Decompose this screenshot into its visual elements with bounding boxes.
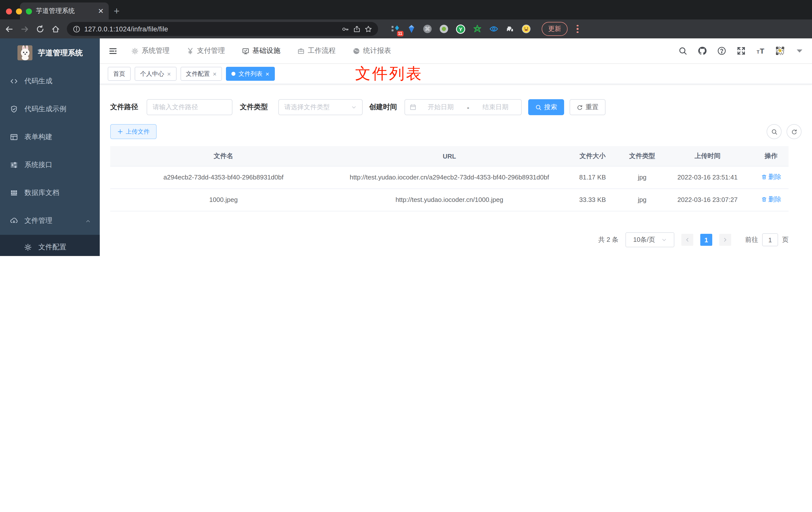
briefcase-icon [297, 47, 305, 55]
page-tab-0[interactable]: 首页 [108, 67, 131, 81]
browser-menu-icon[interactable] [577, 25, 578, 33]
plus-icon [117, 129, 123, 134]
back-icon[interactable] [5, 25, 13, 33]
page-tab-1[interactable]: 个人中心× [135, 67, 176, 81]
site-info-icon[interactable] [73, 25, 80, 33]
page-tab-3[interactable]: 文件列表× [226, 67, 274, 81]
password-key-icon[interactable] [342, 25, 349, 33]
browser-update-button[interactable]: 更新 [542, 22, 568, 36]
prev-page-button[interactable] [681, 234, 693, 246]
search-button[interactable]: 搜索 [528, 99, 564, 115]
date-range-picker[interactable]: 开始日期 - 结束日期 [405, 99, 522, 115]
search-icon [771, 128, 777, 135]
dashboard-icon [353, 47, 360, 55]
extension-badge: 11 [397, 31, 404, 36]
cell-file-type: jpg [623, 189, 661, 211]
pagination: 共 2 条 10条/页 1 前往 页 [110, 233, 788, 247]
tab-close-icon[interactable]: ✕ [98, 7, 104, 15]
chevron-down-icon [351, 104, 357, 110]
sidebar-item-1[interactable]: 代码生成示例 [0, 95, 100, 123]
y-extension-icon[interactable]: Y [456, 24, 465, 34]
minimize-window-button[interactable] [16, 8, 22, 14]
address-bar[interactable]: 127.0.0.1:1024/infra/file/file [67, 22, 378, 36]
command-extension-icon[interactable]: ⌘ [423, 24, 432, 33]
top-nav-4[interactable]: 统计报表 [353, 47, 391, 55]
delete-button[interactable]: 删除 [761, 194, 781, 205]
recorder-extension-icon[interactable] [439, 24, 448, 33]
file-path-input[interactable]: 请输入文件路径 [147, 99, 232, 115]
yen-icon [186, 47, 194, 55]
sidebar-item-3[interactable]: 系统接口 [0, 151, 100, 179]
cloud-download-icon [10, 217, 18, 225]
traffic-lights[interactable] [6, 8, 32, 14]
forward-icon[interactable] [21, 25, 29, 33]
maximize-window-button[interactable] [26, 8, 32, 14]
tab-manager-extension-icon[interactable]: 11 [391, 24, 400, 33]
tab-close-icon[interactable]: × [213, 70, 216, 78]
sidebar-item-label: 文件配置 [38, 243, 66, 252]
next-page-button[interactable] [719, 234, 731, 246]
top-nav-3[interactable]: 工作流程 [297, 47, 336, 55]
fullscreen-icon[interactable] [737, 47, 746, 55]
tab-close-icon[interactable]: × [265, 70, 269, 78]
avatar-caret-icon[interactable] [795, 47, 804, 55]
start-date-placeholder[interactable]: 开始日期 [419, 103, 462, 112]
gear-icon [131, 47, 139, 55]
show-search-button[interactable] [766, 124, 782, 139]
sliders-icon [10, 161, 18, 169]
top-nav-label: 统计报表 [363, 47, 391, 55]
table-grid-icon [10, 189, 18, 197]
goto-page-input[interactable] [762, 234, 778, 246]
form-build-icon [10, 133, 18, 141]
eye-extension-icon[interactable] [489, 24, 498, 33]
extensions-puzzle-icon[interactable] [506, 25, 514, 33]
page-tab-2[interactable]: 文件配置× [180, 67, 222, 81]
top-nav-2[interactable]: 基础设施 [242, 47, 280, 55]
close-window-button[interactable] [6, 8, 12, 14]
home-icon[interactable] [51, 25, 60, 33]
new-tab-button[interactable]: + [114, 2, 119, 20]
url-text[interactable]: 127.0.0.1:1024/infra/file/file [84, 25, 338, 33]
sidebar-item-label: 代码生成 [24, 77, 52, 86]
header-search-icon[interactable] [678, 47, 687, 55]
sidebar-item-label: 代码生成示例 [24, 105, 66, 114]
current-page-button[interactable]: 1 [700, 234, 712, 246]
end-date-placeholder[interactable]: 结束日期 [474, 103, 517, 112]
reload-icon[interactable] [36, 25, 45, 33]
cell-upload-time: 2022-03-16 23:51:41 [661, 166, 754, 189]
star-extension-icon[interactable] [473, 24, 482, 33]
collapse-sidebar-icon[interactable] [109, 47, 117, 55]
file-type-select[interactable]: 请选择文件类型 [278, 99, 362, 115]
share-icon[interactable] [353, 25, 360, 33]
top-nav-1[interactable]: 支付管理 [186, 47, 225, 55]
upload-file-button[interactable]: 上传文件 [110, 124, 156, 139]
tab-close-icon[interactable]: × [167, 70, 171, 78]
sidebar-item-2[interactable]: 表单构建 [0, 123, 100, 151]
refresh-table-button[interactable] [787, 124, 802, 139]
bookmark-star-icon[interactable] [365, 25, 372, 33]
toolbar-row: 上传文件 [110, 124, 802, 139]
github-icon[interactable] [698, 47, 707, 55]
file-path-placeholder: 请输入文件路径 [153, 103, 198, 112]
emoji-profile-icon[interactable] [522, 24, 531, 33]
browser-tab[interactable]: 芋道管理系统 ✕ [20, 2, 109, 20]
page-tab-label: 个人中心 [140, 69, 164, 78]
sidebar-item-0[interactable]: 代码生成 [0, 67, 100, 95]
reset-button[interactable]: 重置 [570, 99, 606, 115]
page-size-select[interactable]: 10条/页 [626, 233, 674, 247]
annotation-overlay: 文件列表 [355, 63, 423, 84]
sidebar-item-5[interactable]: 文件管理 [0, 207, 100, 235]
user-avatar-qr[interactable] [776, 47, 785, 55]
help-icon[interactable] [717, 47, 726, 55]
search-button-label: 搜索 [544, 103, 557, 112]
gem-extension-icon[interactable] [407, 24, 415, 33]
app-logo-bunny [18, 46, 32, 60]
table-header-row: 文件名URL文件大小文件类型上传时间操作 [110, 146, 788, 166]
sidebar-subitem-0[interactable]: 文件配置 [0, 235, 100, 256]
chevron-up-icon [85, 218, 91, 223]
top-nav-0[interactable]: 系统管理 [131, 47, 170, 55]
delete-button[interactable]: 删除 [761, 172, 781, 182]
sidebar-item-4[interactable]: 数据库文档 [0, 179, 100, 207]
page-tab-label: 文件配置 [186, 69, 210, 78]
font-size-icon[interactable]: TT [756, 47, 765, 55]
